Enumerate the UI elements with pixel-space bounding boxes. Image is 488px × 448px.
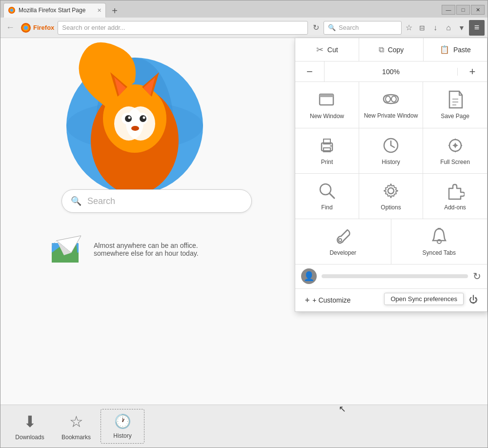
bookmarks-icon: ☆: [69, 412, 83, 431]
synced-tabs-label: Synced Tabs: [423, 249, 456, 256]
copy-icon: ⧉: [379, 45, 384, 54]
reload-button[interactable]: ↻: [309, 21, 322, 35]
promo-line1: Almost anywhere can be an office.: [94, 242, 199, 249]
dropdown-menu: ✂ Cut ⧉ Copy 📋 Paste − 100% +: [295, 38, 488, 312]
avatar-icon: 👤: [304, 271, 314, 282]
home-btn[interactable]: ⌂: [443, 21, 454, 35]
svg-point-41: [330, 145, 332, 147]
save-page-label: Save Page: [441, 113, 469, 120]
find-btn[interactable]: Find: [295, 174, 359, 219]
download-btn[interactable]: ↓: [429, 21, 441, 35]
maximize-btn[interactable]: □: [456, 5, 470, 15]
sync-refresh-icon[interactable]: ↻: [473, 270, 481, 282]
paste-btn[interactable]: 📋 Paste: [424, 38, 487, 61]
synced-tabs-icon: [430, 227, 448, 245]
svg-rect-32: [320, 94, 333, 97]
copy-btn[interactable]: ⧉ Copy: [359, 38, 423, 61]
page-search-icon: 🔍: [71, 196, 81, 206]
history-menu-label: History: [382, 159, 400, 165]
firefox-logo-btn[interactable]: Firefox: [19, 22, 56, 33]
new-window-btn[interactable]: New Window: [295, 82, 359, 128]
synced-tabs-btn[interactable]: Synced Tabs: [391, 219, 488, 264]
new-tab-button[interactable]: +: [108, 4, 122, 18]
svg-point-15: [125, 115, 132, 122]
power-icon: ⏻: [469, 295, 478, 305]
svg-point-18: [143, 117, 145, 119]
print-label: Print: [321, 159, 333, 165]
history-icon: 🕐: [114, 413, 131, 429]
svg-line-59: [346, 230, 347, 232]
minimize-btn[interactable]: —: [442, 5, 455, 15]
svg-line-55: [329, 193, 334, 198]
developer-label: Developer: [329, 249, 356, 256]
menu-icon-grid: New Window New Private Window: [295, 82, 487, 219]
active-tab[interactable]: Mozilla Firefox Start Page ✕: [3, 3, 106, 18]
options-icon: [382, 182, 400, 200]
cut-label: Cut: [327, 46, 338, 54]
history-btn[interactable]: 🕐 History: [101, 409, 144, 444]
promo-section: Almost anywhere can be an office. somewh…: [49, 233, 269, 265]
history-menu-btn[interactable]: History: [359, 128, 423, 174]
svg-point-16: [140, 115, 146, 122]
downloads-btn[interactable]: ⬇ Downloads: [8, 408, 52, 445]
back-button[interactable]: ←: [3, 21, 17, 35]
tab-close-btn[interactable]: ✕: [97, 7, 102, 14]
window-controls: — □ ✕: [442, 5, 488, 18]
svg-point-17: [128, 117, 131, 119]
svg-point-19: [131, 126, 139, 131]
downloads-label: Downloads: [15, 434, 44, 441]
firefox-label: Firefox: [33, 24, 54, 31]
cut-btn[interactable]: ✂ Cut: [295, 38, 359, 61]
options-label: Options: [381, 204, 401, 211]
addons-label: Add-ons: [444, 204, 466, 211]
zoom-minus-btn[interactable]: −: [295, 61, 325, 81]
power-btn[interactable]: ⏻: [466, 292, 481, 308]
cut-icon: ✂: [316, 44, 324, 55]
address-bar[interactable]: Search or enter addr...: [58, 21, 308, 35]
print-btn[interactable]: Print: [295, 128, 359, 174]
developer-btn[interactable]: Developer: [295, 219, 391, 264]
customize-btn[interactable]: + + Customize: [301, 294, 355, 306]
svg-marker-53: [452, 144, 455, 147]
sync-avatar: 👤: [301, 268, 317, 284]
history-label: History: [113, 432, 131, 439]
svg-point-2: [10, 9, 13, 12]
svg-point-33: [386, 96, 390, 102]
paste-icon: 📋: [440, 45, 449, 54]
customize-label: + Customize: [312, 296, 350, 304]
bottom-toolbar: ⬇ Downloads ☆ Bookmarks 🕐 History: [0, 405, 488, 448]
addons-icon: [446, 182, 465, 200]
sync-row: 👤 ↻: [295, 265, 487, 289]
save-page-btn[interactable]: Save Page: [423, 82, 487, 128]
developer-icon: [334, 227, 352, 245]
hamburger-btn[interactable]: ≡: [469, 20, 485, 36]
print-icon: [318, 136, 336, 155]
bookmarks-label: Bookmarks: [61, 434, 91, 441]
bookmarks-btn[interactable]: ☆ Bookmarks: [54, 408, 98, 445]
open-sync-tooltip[interactable]: Open Sync preferences: [384, 293, 464, 305]
pocket-btn[interactable]: ▼: [456, 21, 468, 35]
page-search-bar[interactable]: 🔍 Search: [61, 189, 252, 213]
promo-line2: somewhere else for an hour today.: [94, 249, 199, 257]
promo-text: Almost anywhere can be an office. somewh…: [94, 242, 199, 257]
svg-point-5: [24, 26, 28, 30]
search-icon: 🔍: [328, 24, 336, 31]
search-box[interactable]: 🔍 Search: [324, 21, 402, 35]
new-private-window-btn[interactable]: New Private Window: [359, 82, 423, 128]
tab-title: Mozilla Firefox Start Page: [19, 7, 85, 14]
edit-actions-row: ✂ Cut ⧉ Copy 📋 Paste: [295, 38, 487, 61]
search-placeholder: Search: [339, 24, 359, 31]
zoom-plus-btn[interactable]: +: [458, 61, 487, 81]
downloads-icon: ⬇: [23, 412, 37, 431]
options-btn[interactable]: Options: [359, 174, 423, 219]
addons-btn[interactable]: Add-ons: [423, 174, 487, 219]
fullscreen-btn[interactable]: Full Screen: [423, 128, 487, 174]
firefox-icon: [20, 22, 31, 33]
bookmark-btn[interactable]: ☆: [403, 21, 415, 35]
paste-label: Paste: [453, 46, 471, 54]
customize-row: + + Customize Open Sync preferences ⏻: [295, 289, 487, 311]
find-icon: [318, 182, 336, 200]
close-btn[interactable]: ✕: [471, 5, 485, 15]
reader-btn[interactable]: ⊟: [416, 21, 428, 35]
fullscreen-label: Full Screen: [440, 159, 470, 165]
